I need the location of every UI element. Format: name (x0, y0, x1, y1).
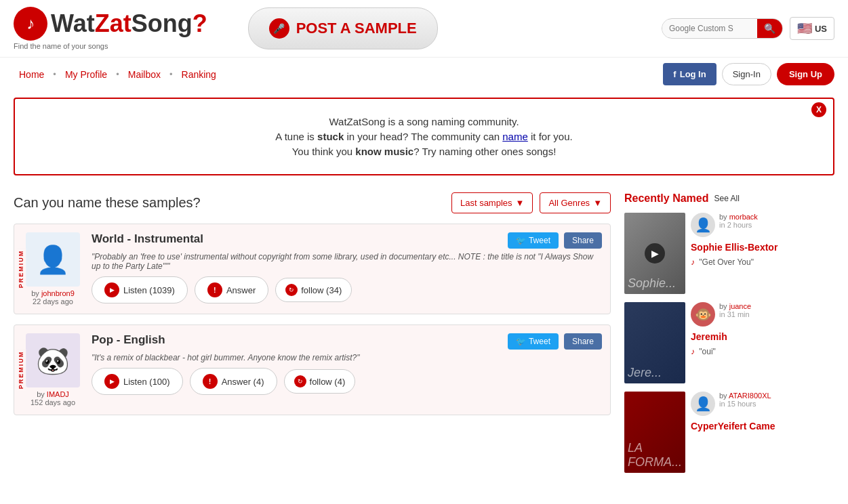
banner-close-button[interactable]: X (811, 102, 826, 117)
follow-button-2[interactable]: ↻ follow (4) (284, 369, 356, 394)
answer-button-1[interactable]: ! Answer (195, 276, 268, 303)
name-link[interactable]: name (502, 131, 528, 142)
listen-button-1[interactable]: ▶ Listen (1039) (92, 276, 188, 303)
username-link-2[interactable]: IMADJ (47, 390, 69, 398)
filter1-label: Last samples (460, 198, 512, 208)
exclaim-icon-2: ! (203, 374, 218, 389)
named-thumb-2: Jere... (624, 302, 685, 383)
follow-icon-2: ↻ (294, 375, 306, 387)
card-top-2: 🐼 by IMADJ 152 days ago Pop - English 🐦 (22, 333, 602, 406)
signin-button[interactable]: Sign-In (722, 63, 771, 85)
lang-button[interactable]: 🇺🇸 US (790, 17, 834, 40)
nav-home[interactable]: Home (14, 69, 49, 80)
right-sidebar: Recently Named See All Sophie... ▶ 👤 by … (624, 192, 834, 481)
card-genre-1: World - Instrumental (92, 232, 203, 246)
header: WatZatSong? Find the name of your songs … (0, 0, 848, 58)
all-genres-dropdown[interactable]: All Genres ▼ (540, 192, 611, 213)
lang-label: US (815, 24, 827, 34)
avatar-area-2: 🐼 by IMADJ 152 days ago (22, 333, 83, 406)
share-button-1[interactable]: Share (564, 232, 602, 249)
follow-button-1[interactable]: ↻ follow (34) (275, 278, 352, 302)
search-box: 🔍 (662, 18, 783, 39)
search-button[interactable]: 🔍 (757, 19, 782, 38)
named-by-1: by morback (719, 213, 758, 221)
stuck-bold: stuck (317, 131, 344, 142)
post-sample-label: POST A SAMPLE (296, 20, 417, 37)
logo-wrapper: WatZatSong? (14, 7, 207, 41)
named-song-1: ♪ "Get Over You" (691, 257, 834, 267)
listen-label-1: Listen (1039) (123, 285, 175, 295)
exclaim-icon-1: ! (207, 282, 222, 297)
see-all-link[interactable]: See All (714, 194, 740, 203)
named-thumb-3: LA FORMA... (624, 392, 685, 473)
sample-card-2: PREMIUM 🐼 by IMADJ 152 days ago Pop - En… (14, 324, 611, 415)
share-button-2[interactable]: Share (564, 333, 602, 350)
logo-subtitle: Find the name of your songs (14, 42, 108, 50)
person-icon: 👤 (36, 244, 70, 276)
named-item-2: Jere... 🐵 by juance in 31 min Jeremih ♪ … (624, 302, 834, 383)
chevron-down-icon-2: ▼ (593, 198, 602, 208)
twitter-icon-1: 🐦 (516, 236, 526, 245)
user-days-2: 152 days ago (31, 398, 75, 406)
note-icon-2: ♪ (691, 347, 695, 356)
named-artist-3: CyperYeifert Came (691, 421, 834, 432)
signup-button[interactable]: Sign Up (777, 63, 834, 85)
post-sample-button[interactable]: 🎤 POST A SAMPLE (248, 7, 438, 49)
user-avatar-1: 👤 (691, 213, 715, 237)
last-samples-dropdown[interactable]: Last samples ▼ (451, 192, 533, 213)
named-artist-2: Jeremih (691, 331, 834, 342)
logo-question: ? (193, 9, 207, 37)
avatar-area-1: 👤 by johnbron9 22 days ago (22, 232, 83, 306)
nav-dot-2: • (116, 69, 119, 79)
fb-login-button[interactable]: f Log In (663, 63, 716, 85)
card-genre-2: Pop - English (92, 333, 165, 347)
card-actions-2: ▶ Listen (100) ! Answer (4) ↻ follow (4) (92, 368, 602, 395)
banner-line1: WatZatSong is a song naming community. (28, 116, 820, 127)
thumb-text-1: Sophie... (628, 276, 676, 291)
user-days-1: 22 days ago (33, 297, 73, 306)
user-avatar-2: 🐵 (691, 302, 715, 327)
premium-label-1: PREMIUM (16, 249, 26, 290)
panda-icon: 🐼 (36, 345, 70, 377)
answer-button-2[interactable]: ! Answer (4) (190, 368, 277, 395)
answer-label-1: Answer (226, 285, 256, 295)
filter2-label: All Genres (548, 198, 590, 208)
welcome-banner: X WatZatSong is a song naming community.… (14, 98, 834, 175)
nav-ranking[interactable]: Ranking (176, 69, 222, 80)
note-icon-1: ♪ (691, 257, 695, 267)
banner-line2: A tune is stuck in your head? The commun… (28, 131, 820, 142)
nav-bar: Home • My Profile • Mailbox • Ranking f … (0, 58, 848, 91)
card-content-2: Pop - English 🐦 Tweet Share "It's a remi… (92, 333, 602, 395)
named-item-1: Sophie... ▶ 👤 by morback in 2 hours Soph… (624, 213, 834, 294)
tweet-button-2[interactable]: 🐦 Tweet (508, 333, 559, 350)
nav-my-profile[interactable]: My Profile (60, 69, 113, 80)
nav-mailbox[interactable]: Mailbox (123, 69, 166, 80)
tweet-button-1[interactable]: 🐦 Tweet (508, 232, 559, 249)
named-info-2: by juance in 31 min (719, 302, 751, 318)
listen-button-2[interactable]: ▶ Listen (100) (92, 368, 183, 395)
named-by-link-2[interactable]: juance (729, 302, 751, 310)
username-link-1[interactable]: johnbron9 (41, 289, 75, 297)
named-info-1: by morback in 2 hours (719, 213, 758, 229)
card-actions-1: ▶ Listen (1039) ! Answer ↻ follow (34) (92, 276, 602, 303)
play-overlay-1[interactable]: ▶ (645, 243, 665, 264)
named-by-link-1[interactable]: morback (729, 213, 758, 221)
search-input[interactable] (662, 20, 757, 37)
follow-label-1: follow (34) (301, 285, 342, 295)
follow-icon-1: ↻ (285, 284, 298, 296)
logo-wat: Wat (51, 9, 95, 37)
named-artist-1: Sophie Ellis-Bextor (691, 242, 834, 253)
named-time-2: in 31 min (719, 310, 751, 318)
thumb-text-2: Jere... (628, 366, 662, 380)
named-thumb-1: Sophie... ▶ (624, 213, 685, 294)
fb-login-label: Log In (680, 69, 706, 79)
social-btns-1: 🐦 Tweet Share (508, 232, 602, 249)
named-item-3: LA FORMA... 👤 by ATARI800XL in 15 hours … (624, 392, 834, 473)
named-by-3: by ATARI800XL (719, 392, 771, 400)
play-icon-1: ▶ (104, 282, 119, 297)
twitter-icon-2: 🐦 (516, 337, 526, 346)
named-song-2: ♪ "oui" (691, 347, 834, 356)
logo-area: WatZatSong? Find the name of your songs (14, 7, 207, 50)
named-by-link-3[interactable]: ATARI800XL (729, 392, 771, 400)
user-avatar-3: 👤 (691, 392, 715, 416)
